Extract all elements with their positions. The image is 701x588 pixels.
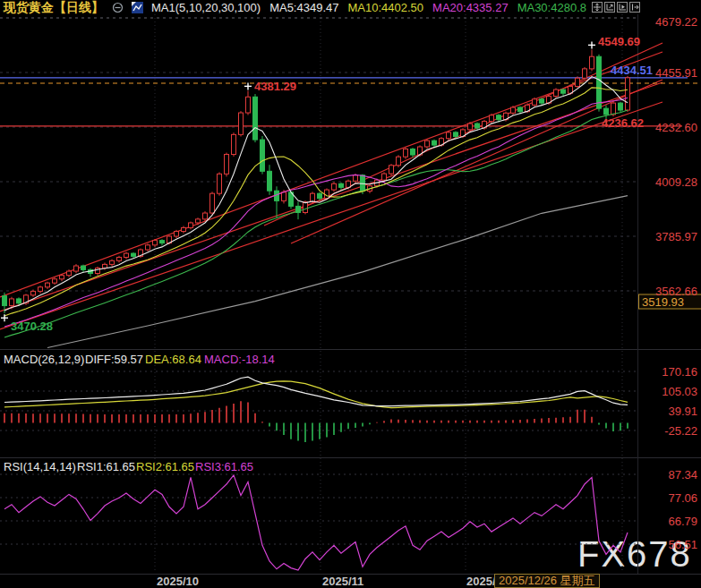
pan-tool-icon[interactable] [592,2,603,13]
price-axis-label: 4232.60 [637,121,697,134]
chart-window: FX678 现货黄金【日线】 MA1(5,10,20,30,100)MA5:43… [0,0,701,588]
chart-canvas[interactable] [0,0,701,588]
toolbar-buttons [592,2,640,13]
toolbar-ma-label: MA5:4349.47 [269,1,338,14]
fit-chart-left-icon[interactable] [604,2,615,13]
collapse-indicator-icon[interactable] [112,2,124,13]
current-date-badge: 2025/12/26 星期五 [494,574,600,588]
macd-axis-label: -25.22 [637,424,697,438]
rsi-legend-label: RSI1:61.65 [77,460,135,473]
rsi-legend-label: RSI(14,14,14) [4,460,76,473]
price-annotation: 3470.28 [11,320,53,333]
ma-legend: MA1(5,10,20,30,100)MA5:4349.47MA10:4402.… [151,1,586,14]
price-annotation: 4434.51 [597,64,653,77]
price-axis-label: 3785.97 [637,230,697,243]
price-annotation: 4381.29 [254,80,296,93]
toolbar-ma-label: MA1(5,10,20,30,100) [151,1,261,14]
macd-legend-label: DEA:68.64 [145,353,201,366]
toolbar-ma-label: MA30:4280.8 [517,1,586,14]
xaxis-label: 2025/11 [322,575,363,588]
mini-chart-icon [132,2,143,13]
macd-legend-label: MACD:-18.14 [204,353,275,366]
rsi-axis-label: 77.06 [637,491,697,505]
toolbar-ma-label: MA20:4335.27 [432,1,509,14]
macd-legend-label: DIFF:59.57 [85,353,143,366]
xaxis-label: 2025/ [466,575,496,588]
price-axis-label: 4679.22 [637,15,697,29]
rsi-axis-label: 66.79 [637,515,697,528]
rsi-legend-label: RSI3:61.65 [195,460,253,473]
price-annotation: 4549.69 [598,35,640,48]
macd-axis-label: 39.91 [637,405,697,418]
rsi-axis-label: 87.34 [637,468,697,481]
macd-legend-label: MACD(26,12,9) [4,353,84,366]
collapse-right-icon[interactable] [629,2,640,13]
fit-chart-play-icon[interactable] [617,2,628,13]
rsi-axis-label: 56.51 [637,538,697,551]
rsi-legend-label: RSI2:61.65 [136,460,194,473]
macd-axis-label: 170.16 [637,365,697,379]
price-axis-label: 3562.66 [637,285,697,298]
toolbar-ma-label: MA10:4402.50 [347,1,423,14]
symbol-title: 现货黄金【日线】 [4,0,104,16]
macd-axis-label: 105.03 [637,385,697,398]
price-axis-label: 4009.28 [637,175,697,189]
xaxis-label: 2025/10 [157,575,199,588]
price-annotation: 4236.62 [602,116,644,130]
